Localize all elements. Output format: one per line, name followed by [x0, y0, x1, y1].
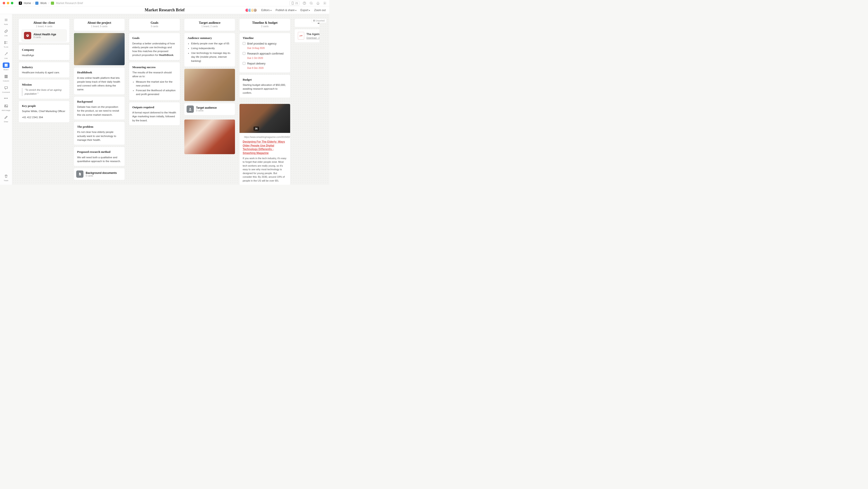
- column-header[interactable]: Timeline & budget 2 cards: [239, 19, 290, 31]
- card-mission[interactable]: Mission"To enrich the lives of an ageing…: [19, 80, 70, 99]
- todo-item[interactable]: Brief provided to agency: [243, 42, 287, 46]
- column-header[interactable]: About the project 1 board, 5 cards: [74, 19, 125, 31]
- tool-link[interactable]: Link: [1, 28, 11, 37]
- card-goals[interactable]: Goals Develop a better understating of h…: [129, 33, 180, 60]
- device-counter[interactable]: 21: [289, 1, 300, 5]
- card-outputs[interactable]: Outputs requiredA formal report delivere…: [129, 102, 180, 125]
- column-goals: Goals 3 cards Goals Develop a better und…: [129, 19, 180, 180]
- checkbox-icon[interactable]: [243, 62, 245, 65]
- checkbox-icon[interactable]: [243, 42, 245, 45]
- svg-point-4: [324, 3, 325, 4]
- tool-line[interactable]: Line: [1, 50, 11, 60]
- svg-rect-8: [6, 64, 7, 65]
- tool-note[interactable]: Note: [1, 16, 11, 26]
- card-timeline[interactable]: Timeline Brief provided to agency Due 14…: [239, 33, 290, 73]
- minimize-window-icon[interactable]: [7, 2, 9, 4]
- link-description: If you work in the tech industry, it's e…: [243, 156, 287, 183]
- board-card-sub: 0 cards: [86, 175, 117, 177]
- column-subtitle: 1 board, 4 cards: [22, 25, 67, 28]
- link-title[interactable]: Designing For The Elderly: Ways Older Pe…: [243, 140, 287, 155]
- close-window-icon[interactable]: [3, 2, 5, 4]
- tool-add-image[interactable]: Add image: [1, 102, 11, 112]
- help-icon[interactable]: [303, 1, 306, 5]
- due-date: Due 14 Aug 2020: [247, 47, 287, 50]
- tool-board[interactable]: Board: [1, 62, 11, 71]
- column-target-audience: Target audience 1 board, 2 cards Audienc…: [184, 19, 235, 180]
- image-elderly-woman-kitchen[interactable]: [184, 68, 235, 101]
- maximize-window-icon[interactable]: [11, 2, 13, 4]
- card-problem[interactable]: The problemIt's not clear how elderly pe…: [74, 121, 125, 145]
- card-company[interactable]: CompanyHealthAge: [19, 45, 70, 60]
- tool-comment[interactable]: Comment: [1, 84, 11, 94]
- card-budget[interactable]: BudgetStarting budget allocation of $50,…: [239, 75, 290, 98]
- card-key-people[interactable]: Key peopleSophie Wilde, Chief Marketing …: [19, 101, 70, 122]
- todo-item[interactable]: Research approach confirmed: [243, 52, 287, 56]
- document-icon: [76, 170, 84, 178]
- publish-dropdown[interactable]: Publish & share▾: [276, 9, 297, 12]
- person-icon: [187, 106, 194, 113]
- svg-rect-6: [4, 43, 5, 44]
- link-preview-card[interactable]: https://www.smashingmagazine.com/2015/02…: [239, 104, 290, 185]
- home-icon: ✦: [19, 2, 22, 5]
- search-icon[interactable]: [309, 1, 313, 5]
- tool-more[interactable]: •••: [1, 95, 11, 101]
- column-header[interactable]: Goals 3 cards: [129, 19, 180, 31]
- crumb-home[interactable]: Home: [24, 2, 31, 5]
- column-title: Timeline & budget: [242, 21, 287, 25]
- svg-rect-13: [7, 75, 7, 78]
- unsorted-badge[interactable]: 0Unsorted: [311, 19, 327, 23]
- card-audience-summary[interactable]: Audience summary Elderly people over the…: [184, 33, 235, 67]
- board-canvas[interactable]: 0Unsorted About the client 1 board, 4 ca…: [12, 14, 329, 185]
- svg-rect-9: [5, 65, 6, 66]
- window-controls: [3, 2, 13, 4]
- card-pdf-attachment[interactable]: pdf The Ageing Download · 1: [294, 29, 319, 42]
- column-references: Ref pdf The Ageing Download · 1: [294, 19, 319, 180]
- checkbox-icon[interactable]: [243, 52, 245, 55]
- column-title: Goals: [132, 21, 177, 25]
- column-header[interactable]: About the client 1 board, 4 cards About …: [19, 19, 70, 43]
- card-background[interactable]: BackgroundDebate has risen on the propos…: [74, 96, 125, 120]
- editors-dropdown[interactable]: Editors▾: [261, 9, 271, 12]
- todo-item[interactable]: Report delivery: [243, 62, 287, 66]
- svg-rect-12: [6, 75, 6, 78]
- card-healthbook[interactable]: HealthBookA new online health platform t…: [74, 67, 125, 95]
- svg-rect-11: [5, 75, 5, 78]
- due-date: Due 1 Oct 2020: [247, 56, 287, 60]
- page-title: Market Research Brief: [145, 8, 185, 12]
- tool-draw[interactable]: Draw: [1, 114, 11, 124]
- svg-rect-5: [4, 41, 5, 42]
- image-elderly-man-phone[interactable]: [74, 33, 125, 65]
- download-link[interactable]: Download · 1: [306, 36, 319, 39]
- export-dropdown[interactable]: Export▾: [301, 9, 310, 12]
- link-url: https://www.smashingmagazine.com/2015/02…: [243, 136, 287, 139]
- crumb-work[interactable]: Work: [40, 2, 46, 5]
- tool-trash[interactable]: Trash: [1, 173, 11, 182]
- tool-todo[interactable]: To-do: [1, 39, 11, 49]
- bell-icon[interactable]: [316, 1, 320, 5]
- board-card-title: Background documents: [86, 171, 117, 175]
- header-actions: Editors▾ Publish & share▾ Export▾ Zoom o…: [245, 8, 326, 12]
- svg-point-2: [304, 4, 305, 4]
- column-header[interactable]: Target audience 1 board, 2 cards: [184, 19, 235, 31]
- nested-board-card[interactable]: About Health Age0 cards: [22, 29, 67, 42]
- phone-icon: [291, 1, 294, 5]
- gear-icon[interactable]: [323, 1, 327, 5]
- column-title: About the client: [22, 21, 67, 25]
- card-industry[interactable]: IndustryHealthcare industry & aged care.: [19, 62, 70, 78]
- column-subtitle: 1 board, 2 cards: [187, 25, 232, 28]
- breadcrumb: ✦ Home / Work / Market Research Brief: [19, 2, 83, 5]
- nested-board-audience[interactable]: Target audience0 cards: [184, 103, 235, 115]
- heart-shield-icon: [24, 32, 31, 39]
- board-card-title: Target audience: [196, 106, 217, 109]
- card-measuring-success[interactable]: Measuring success The results of the res…: [129, 62, 180, 100]
- nested-board-docs[interactable]: Background documents0 cards: [74, 168, 125, 180]
- card-method[interactable]: Proposed research methodWe will need bot…: [74, 147, 125, 166]
- board-icon: [51, 2, 54, 5]
- column-timeline-budget: Timeline & budget 2 cards Timeline Brief…: [239, 19, 290, 180]
- collaborator-avatars[interactable]: [245, 8, 257, 12]
- avatar: [253, 8, 257, 12]
- titlebar: ✦ Home / Work / Market Research Brief 21: [0, 0, 329, 6]
- tool-column[interactable]: Column: [1, 73, 11, 83]
- zoom-out-button[interactable]: Zoom out: [314, 9, 326, 12]
- image-elderly-woman-camera[interactable]: [184, 119, 235, 154]
